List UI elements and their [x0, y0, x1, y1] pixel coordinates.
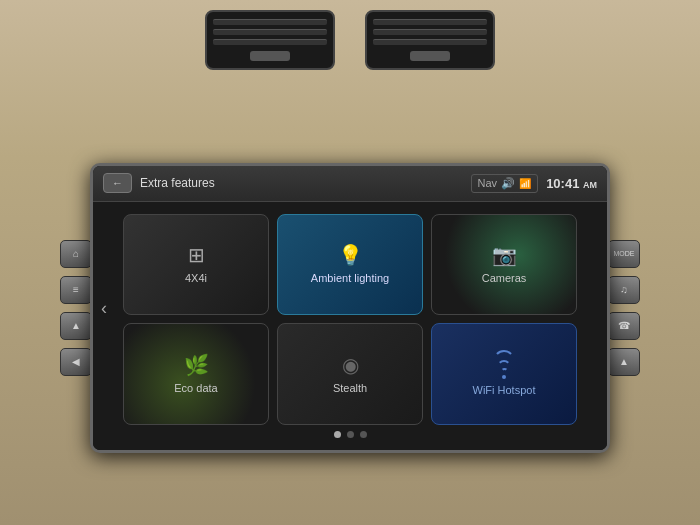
menu-button[interactable]: ≡: [60, 276, 92, 304]
header-bar: ← Extra features Nav 🔊 📶 10:41 AM: [93, 166, 607, 202]
4x4i-label: 4X4i: [180, 271, 212, 285]
audio-icon: 🔊: [501, 177, 515, 190]
media-button[interactable]: ♫: [608, 276, 640, 304]
back-arrow-icon: ←: [112, 177, 123, 189]
dot-1: [334, 431, 341, 438]
eco-icon: 🌿: [184, 353, 209, 377]
home-button[interactable]: ⌂: [60, 240, 92, 268]
up-button[interactable]: ▲: [60, 312, 92, 340]
grid-item-eco[interactable]: 🌿 Eco data: [123, 323, 269, 425]
grid-item-4x4i[interactable]: ⊞ 4X4i: [123, 214, 269, 316]
car-surround: ⌂ ≡ ▲ ◀ MODE ♫ ☎ ▲ ← Extra features Nav …: [0, 0, 700, 525]
mode-button[interactable]: MODE: [608, 240, 640, 268]
grid-item-cameras[interactable]: 📷 Cameras: [431, 214, 577, 316]
vents-top: [205, 10, 495, 70]
clock-display: 10:41 AM: [546, 176, 597, 191]
page-indicators: [334, 425, 367, 442]
feature-grid: ⊞ 4X4i 💡 Ambient lighting 📷 Cameras 🌿 Ec…: [123, 214, 577, 425]
4x4i-icon: ⊞: [188, 243, 205, 267]
back-button[interactable]: ←: [103, 173, 132, 193]
screen-bezel: ← Extra features Nav 🔊 📶 10:41 AM ‹ ⊞: [90, 163, 610, 453]
ambient-label: Ambient lighting: [306, 271, 394, 285]
ambient-icon: 💡: [338, 243, 363, 267]
page-title: Extra features: [140, 176, 463, 190]
scroll-button[interactable]: ▲: [608, 348, 640, 376]
dot-2: [347, 431, 354, 438]
signal-icon: 📶: [519, 178, 531, 189]
side-buttons-left: ⌂ ≡ ▲ ◀: [60, 240, 92, 376]
eco-label: Eco data: [169, 381, 222, 395]
main-content: ‹ ⊞ 4X4i 💡 Ambient lighting 📷 Cameras: [93, 202, 607, 450]
phone-button[interactable]: ☎: [608, 312, 640, 340]
wifi-label: WiFi Hotspot: [468, 383, 541, 397]
nav-arrow-left[interactable]: ‹: [101, 297, 107, 318]
cameras-icon: 📷: [492, 243, 517, 267]
side-buttons-right: MODE ♫ ☎ ▲: [608, 240, 640, 376]
nav-label: Nav: [478, 177, 498, 189]
back-nav-button[interactable]: ◀: [60, 348, 92, 376]
dot-3: [360, 431, 367, 438]
nav-indicator: Nav 🔊 📶: [471, 174, 539, 193]
vent-left: [205, 10, 335, 70]
stealth-label: Stealth: [328, 381, 372, 395]
grid-item-ambient[interactable]: 💡 Ambient lighting: [277, 214, 423, 316]
grid-item-wifi[interactable]: WiFi Hotspot: [431, 323, 577, 425]
vent-right: [365, 10, 495, 70]
wifi-icon: [493, 350, 515, 379]
cameras-label: Cameras: [477, 271, 532, 285]
stealth-icon: ◉: [342, 353, 359, 377]
grid-item-stealth[interactable]: ◉ Stealth: [277, 323, 423, 425]
